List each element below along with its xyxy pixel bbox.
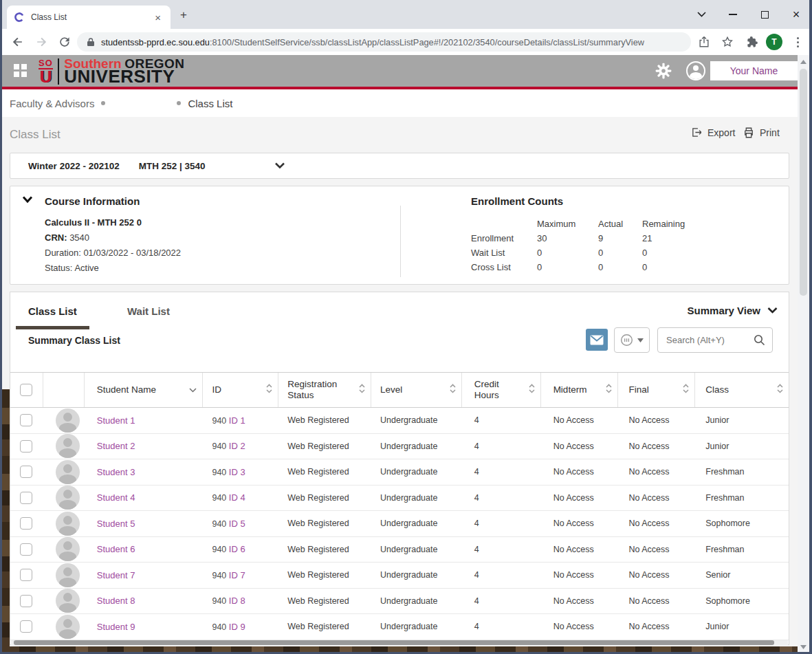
reload-icon[interactable]	[58, 35, 72, 49]
print-button[interactable]: Print	[743, 127, 780, 139]
address-bar[interactable]: studentssb-pprd.ec.sou.edu:8100/StudentS…	[77, 32, 691, 52]
student-row: Student 3940 ID 3Web RegisteredUndergrad…	[10, 459, 789, 486]
sort-icon[interactable]	[683, 384, 689, 396]
column-header[interactable]: ID	[203, 373, 278, 407]
actions-dropdown-button[interactable]	[614, 327, 650, 353]
credit-hours-cell: 4	[462, 545, 541, 554]
email-button[interactable]	[586, 329, 608, 351]
column-header[interactable]: Student Name	[85, 373, 204, 407]
term-label: Winter 2022 - 202102	[28, 161, 120, 171]
row-checkbox[interactable]	[20, 620, 32, 633]
enrollment-value: 0	[598, 246, 642, 260]
browser-tab[interactable]: Class List ×	[7, 6, 171, 29]
student-name-link[interactable]: Student 4	[97, 492, 135, 503]
column-header[interactable]: Class	[695, 373, 789, 407]
scroll-up-arrow-icon[interactable]	[800, 60, 806, 64]
browser-profile-avatar[interactable]: T	[766, 34, 782, 50]
export-button[interactable]: Export	[691, 127, 735, 138]
scroll-down-arrow-icon[interactable]	[800, 645, 806, 649]
sort-icon[interactable]	[266, 384, 272, 396]
student-name-link[interactable]: Student 5	[97, 519, 135, 529]
enrollment-counts-row: Cross List000	[471, 260, 711, 274]
sort-icon[interactable]	[777, 384, 783, 396]
select-all-checkbox[interactable]	[20, 384, 32, 396]
profile-person-icon[interactable]	[686, 61, 705, 80]
student-id-cell: 940 ID 5	[203, 519, 278, 529]
row-checkbox[interactable]	[20, 414, 32, 426]
collapse-chevron-icon[interactable]	[22, 196, 33, 204]
sort-icon[interactable]	[529, 384, 535, 396]
tab-close-icon[interactable]: ×	[152, 11, 164, 24]
enrollment-counts-body: Enrollment30921Wait List000Cross List000	[471, 231, 711, 274]
column-header[interactable]: Final	[618, 373, 695, 407]
student-row: Student 8940 ID 8Web RegisteredUndergrad…	[10, 589, 789, 615]
tab-class-list[interactable]: Class List	[16, 301, 89, 329]
search-input[interactable]	[658, 328, 753, 352]
tab-search-chevron-icon[interactable]	[685, 0, 717, 29]
midterm-cell: No Access	[541, 596, 619, 606]
column-header[interactable]: Registration Status	[278, 373, 371, 407]
maximize-button[interactable]	[749, 0, 780, 29]
sort-icon[interactable]	[450, 384, 456, 396]
student-name-link[interactable]: Student 9	[97, 622, 135, 632]
row-checkbox[interactable]	[20, 543, 32, 556]
window-controls: ×	[685, 0, 812, 29]
forward-icon[interactable]	[34, 35, 48, 49]
student-id-cell: 940 ID 9	[203, 622, 278, 632]
breadcrumb: Faculty & Advisors Class List	[0, 89, 798, 117]
extensions-puzzle-icon[interactable]	[745, 35, 759, 49]
minimize-button[interactable]	[717, 0, 749, 29]
student-name-link[interactable]: Student 1	[97, 415, 135, 426]
row-checkbox[interactable]	[20, 595, 32, 607]
browser-titlebar: Class List × + ×	[0, 0, 812, 29]
enrollment-row-label: Wait List	[471, 246, 537, 260]
horizontal-scrollbar[interactable]	[11, 640, 788, 645]
checkbox-cell	[10, 492, 43, 504]
vertical-scrollbar-thumb[interactable]	[800, 69, 807, 296]
student-avatar	[56, 434, 80, 458]
tab-wait-list[interactable]: Wait List	[115, 301, 182, 326]
sort-icon[interactable]	[189, 384, 197, 395]
credit-hours-cell: 4	[462, 622, 541, 631]
student-name-link[interactable]: Student 8	[97, 596, 135, 606]
chevron-down-icon[interactable]	[274, 162, 285, 169]
checkbox-cell	[10, 543, 43, 556]
share-icon[interactable]	[697, 35, 711, 49]
level-cell: Undergraduate	[371, 415, 462, 425]
row-checkbox[interactable]	[20, 569, 32, 581]
final-cell: No Access	[618, 622, 695, 631]
settings-gear-icon[interactable]	[655, 62, 672, 80]
row-checkbox[interactable]	[20, 466, 32, 478]
vertical-scrollbar[interactable]	[798, 55, 809, 654]
back-icon[interactable]	[11, 35, 25, 49]
row-checkbox[interactable]	[20, 492, 32, 504]
view-selector[interactable]: Summary View	[688, 305, 778, 316]
student-name-link[interactable]: Student 7	[97, 570, 135, 580]
midterm-cell: No Access	[541, 545, 619, 554]
final-cell: No Access	[618, 570, 695, 580]
sort-icon[interactable]	[606, 384, 612, 396]
term-course-selector[interactable]: Winter 2022 - 202102 MTH 252 | 3540	[10, 153, 789, 179]
column-header[interactable]: Midterm	[541, 373, 619, 407]
close-button[interactable]: ×	[780, 0, 812, 29]
bookmark-star-icon[interactable]	[721, 35, 734, 49]
student-name-link[interactable]: Student 6	[97, 544, 135, 554]
app-launcher-icon[interactable]	[14, 64, 27, 77]
column-header-label: Student Name	[97, 384, 171, 395]
column-header[interactable]: Credit Hours	[462, 373, 541, 407]
checkbox-cell	[10, 414, 43, 426]
student-name-link[interactable]: Student 2	[97, 441, 135, 451]
column-header[interactable]: Level	[371, 373, 462, 407]
student-name-link[interactable]: Student 3	[97, 467, 135, 477]
new-tab-button[interactable]: +	[180, 8, 187, 22]
user-name[interactable]: Your Name	[710, 61, 798, 80]
student-id-cell: 940 ID 7	[203, 570, 278, 580]
search-icon[interactable]	[754, 334, 765, 346]
student-name-cell: Student 7	[85, 570, 204, 580]
browser-menu-icon[interactable]	[792, 34, 803, 50]
row-checkbox[interactable]	[20, 517, 32, 530]
horizontal-scrollbar-thumb[interactable]	[14, 640, 774, 645]
breadcrumb-parent[interactable]: Faculty & Advisors	[10, 98, 94, 109]
sort-icon[interactable]	[359, 384, 365, 396]
row-checkbox[interactable]	[20, 440, 32, 453]
